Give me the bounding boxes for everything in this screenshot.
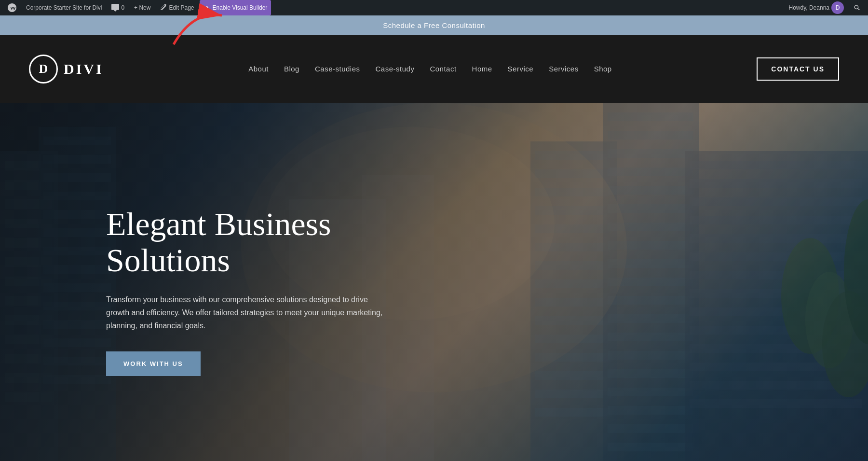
logo-circle: D [29,55,58,84]
nav-link-case-studies[interactable]: Case-studies [315,65,360,73]
hero-title: Elegant Business Solutions [106,206,386,279]
site-name-label: Corporate Starter Site for Divi [26,4,102,11]
logo-text: DIVI [64,61,104,77]
visual-builder-label: Enable Visual Builder [212,4,267,11]
comments-button[interactable]: 0 [108,0,128,15]
nav-item-services[interactable]: Services [549,65,579,73]
logo[interactable]: D DIVI [29,55,104,84]
admin-bar-right: Howdy, Deanna D [785,1,865,14]
comment-icon [111,4,119,12]
admin-bar: Corporate Starter Site for Divi 0 + New … [0,0,868,15]
search-icon [854,4,860,11]
nav-menu: About Blog Case-studies Case-study Conta… [248,65,611,73]
nav-item-about[interactable]: About [248,65,269,73]
nav-item-service[interactable]: Service [508,65,534,73]
wp-logo-button[interactable] [4,0,20,15]
logo-letter: D [39,62,48,76]
contact-us-button[interactable]: CONTACT US [757,57,839,81]
svg-point-1 [206,6,209,9]
hero-title-line1: Elegant Business [106,206,331,242]
hero-section: Elegant Business Solutions Transform you… [0,103,868,461]
nav-link-case-study[interactable]: Case-study [376,65,415,73]
announcement-bar[interactable]: Schedule a Free Consultation [0,15,868,35]
hero-title-line2: Solutions [106,242,230,279]
announcement-text: Schedule a Free Consultation [383,21,485,29]
avatar: D [831,1,844,14]
nav-link-services[interactable]: Services [549,65,579,73]
howdy-button[interactable]: Howdy, Deanna D [785,1,848,14]
new-label: + New [134,4,150,11]
hero-description: Transform your business with our compreh… [106,293,386,333]
wordpress-icon [8,3,16,12]
nav-link-service[interactable]: Service [508,65,534,73]
nav-link-blog[interactable]: Blog [284,65,299,73]
work-with-us-button[interactable]: WORK WITH US [106,351,201,376]
nav-item-case-study[interactable]: Case-study [376,65,415,73]
site-name-button[interactable]: Corporate Starter Site for Divi [22,0,106,15]
nav-item-blog[interactable]: Blog [284,65,299,73]
nav-link-home[interactable]: Home [472,65,492,73]
comment-count: 0 [121,4,124,11]
nav-link-about[interactable]: About [248,65,269,73]
edit-label: Edit Page [169,4,194,11]
admin-search-button[interactable] [850,4,864,11]
edit-icon [160,4,167,11]
nav-item-contact[interactable]: Contact [430,65,456,73]
hero-content: Elegant Business Solutions Transform you… [0,206,386,376]
nav-item-case-studies[interactable]: Case-studies [315,65,360,73]
howdy-text: Howdy, Deanna [789,4,830,11]
nav-link-shop[interactable]: Shop [594,65,612,73]
new-button[interactable]: + New [130,0,154,15]
edit-page-button[interactable]: Edit Page [156,0,198,15]
nav-item-shop[interactable]: Shop [594,65,612,73]
nav-link-contact[interactable]: Contact [430,65,456,73]
nav-item-home[interactable]: Home [472,65,492,73]
visual-builder-button[interactable]: Enable Visual Builder [200,0,271,15]
visual-builder-icon [203,4,210,11]
navbar: D DIVI About Blog Case-studies Case-stud… [0,35,868,103]
